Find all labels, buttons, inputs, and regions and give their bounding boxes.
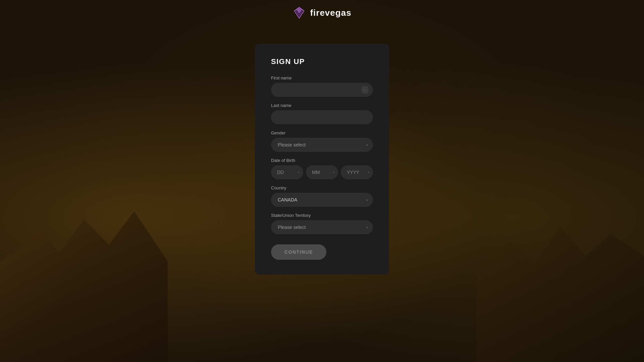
state-label: State/Union Territory (271, 213, 373, 218)
last-name-label: Last name (271, 103, 373, 108)
gender-select[interactable]: Please select (271, 138, 373, 152)
gender-placeholder: Please select (278, 142, 306, 147)
dob-day-select[interactable]: DD (271, 165, 303, 179)
dob-month-wrapper: MM ▪ (306, 165, 338, 179)
signup-card: SIGN UP First name ··· Last name Gender … (255, 44, 389, 275)
firevegas-logo-icon (292, 7, 306, 19)
gender-group: Gender Please select ▪ (271, 130, 373, 152)
header: firevegas (292, 0, 351, 25)
logo-text: firevegas (310, 8, 351, 18)
dob-day-placeholder: DD (277, 170, 284, 175)
dob-day-wrapper: DD ▪ (271, 165, 303, 179)
country-select-wrapper: CANADA ▪ (271, 193, 373, 207)
dob-group: Date of Birth DD ▪ MM ▪ (271, 158, 373, 179)
country-select[interactable]: CANADA (271, 193, 373, 207)
first-name-group: First name ··· (271, 75, 373, 97)
gender-select-wrapper: Please select ▪ (271, 138, 373, 152)
first-name-input[interactable] (271, 83, 373, 97)
dob-year-wrapper: YYYY ▪ (341, 165, 373, 179)
state-select-wrapper: Please select ▪ (271, 220, 373, 234)
country-label: Country (271, 185, 373, 190)
keyboard-icon: ··· (362, 86, 368, 94)
dob-year-placeholder: YYYY (347, 170, 359, 175)
first-name-input-wrapper: ··· (271, 83, 373, 97)
first-name-label: First name (271, 75, 373, 80)
dob-label: Date of Birth (271, 158, 373, 163)
dob-month-placeholder: MM (312, 170, 320, 175)
last-name-input[interactable] (271, 110, 373, 124)
last-name-input-wrapper (271, 110, 373, 124)
signup-title: SIGN UP (271, 57, 373, 66)
dob-month-select[interactable]: MM (306, 165, 338, 179)
page-container: firevegas SIGN UP First name ··· Last na… (0, 0, 644, 362)
country-value: CANADA (278, 197, 297, 202)
continue-button[interactable]: CONTINUE (271, 244, 326, 260)
state-group: State/Union Territory Please select ▪ (271, 213, 373, 234)
dob-row: DD ▪ MM ▪ YYYY ▪ (271, 165, 373, 179)
last-name-group: Last name (271, 103, 373, 124)
state-select[interactable]: Please select (271, 220, 373, 234)
state-placeholder: Please select (278, 225, 306, 230)
gender-label: Gender (271, 130, 373, 135)
dob-year-select[interactable]: YYYY (341, 165, 373, 179)
country-group: Country CANADA ▪ (271, 185, 373, 207)
